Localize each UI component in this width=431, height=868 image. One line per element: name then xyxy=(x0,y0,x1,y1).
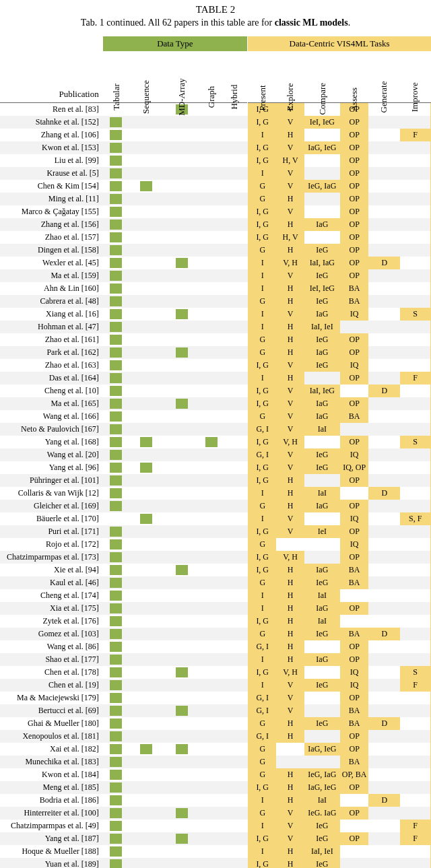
table-row: Zhang et al. [106]IHOPF xyxy=(0,129,431,141)
task-cell: H xyxy=(276,474,304,487)
task-cell xyxy=(368,730,400,743)
data-type-cell xyxy=(129,397,163,410)
data-type-cell xyxy=(129,308,163,321)
task-cell: G, I xyxy=(248,704,276,717)
data-type-cell xyxy=(103,640,130,653)
data-type-cell xyxy=(129,180,163,193)
data-type-cell xyxy=(201,193,223,205)
publication-cell: Hoque & Mueller [188] xyxy=(0,845,103,858)
task-cell xyxy=(368,333,400,346)
data-type-cell xyxy=(129,410,163,423)
data-type-cell xyxy=(222,628,247,640)
data-type-cell xyxy=(129,743,163,756)
task-cell xyxy=(304,231,340,244)
data-type-cell xyxy=(129,116,163,129)
publication-cell: Ma et al. [159] xyxy=(0,269,103,282)
data-type-cell xyxy=(163,858,201,868)
data-type-cell xyxy=(129,525,163,538)
task-cell: IaG xyxy=(304,308,340,321)
task-cell xyxy=(400,423,430,436)
task-cell xyxy=(400,346,430,359)
task-cell xyxy=(368,461,400,474)
task-cell xyxy=(368,704,400,717)
data-type-cell xyxy=(163,717,201,730)
task-cell xyxy=(368,692,400,704)
caption-bold: classic ML models xyxy=(275,18,348,28)
data-type-cell xyxy=(201,180,223,193)
publication-cell: Neto & Paulovich [167] xyxy=(0,423,103,436)
col-sequence: Sequence xyxy=(129,51,163,103)
task-cell xyxy=(400,359,430,372)
data-type-cell xyxy=(103,653,130,666)
publication-cell: Hinterreiter et al. [100] xyxy=(0,807,103,820)
publication-cell: Park et al. [162] xyxy=(0,346,103,359)
task-cell: IaG xyxy=(304,500,340,512)
data-type-cell xyxy=(201,154,223,167)
data-type-cell xyxy=(103,551,130,564)
task-cell: I, G xyxy=(248,205,276,218)
task-cell: V xyxy=(276,679,304,692)
data-type-cell xyxy=(129,244,163,257)
task-cell: IeG xyxy=(304,461,340,474)
task-cell: IaI xyxy=(304,794,340,807)
data-type-cell xyxy=(222,448,247,461)
task-cell: I, G xyxy=(248,615,276,628)
task-cell xyxy=(368,321,400,333)
publication-cell: Zytek et al. [176] xyxy=(0,615,103,628)
col-graph: Graph xyxy=(201,51,223,103)
task-cell xyxy=(368,436,400,448)
task-cell: H xyxy=(276,615,304,628)
data-type-cell xyxy=(222,129,247,141)
data-type-cell xyxy=(201,308,223,321)
data-type-cell xyxy=(129,385,163,397)
data-type-cell xyxy=(201,461,223,474)
data-type-cell xyxy=(103,615,130,628)
task-cell: IaI, IeI xyxy=(304,321,340,333)
task-cell xyxy=(400,410,430,423)
data-type-cell xyxy=(222,423,247,436)
table-row: Kwon et al. [153]I, GVIaG, IeGOP xyxy=(0,141,431,154)
data-type-cell xyxy=(129,448,163,461)
task-cell xyxy=(400,807,430,820)
table-row: Stahnke et al. [152]I, GVIeI, IeGOP xyxy=(0,116,431,129)
data-type-cell xyxy=(163,640,201,653)
data-type-cell xyxy=(103,538,130,551)
data-type-cell xyxy=(103,372,130,385)
task-cell: BA xyxy=(340,576,369,589)
task-cell xyxy=(368,269,400,282)
task-cell xyxy=(400,525,430,538)
task-cell xyxy=(400,589,430,602)
task-cell: I, G xyxy=(248,141,276,154)
table-row: Wang et al. [20]G, IVIeGIQ xyxy=(0,448,431,461)
task-cell xyxy=(400,295,430,308)
data-type-cell xyxy=(222,397,247,410)
table-row: Chen et al. [178]I, GV, HIQS xyxy=(0,666,431,679)
table-row: Xia et al. [175]IHIaGOP xyxy=(0,602,431,615)
task-cell: G, I xyxy=(248,692,276,704)
data-type-cell xyxy=(129,576,163,589)
task-cell: S xyxy=(400,308,430,321)
task-cell: H xyxy=(276,244,304,257)
task-cell: G, I xyxy=(248,448,276,461)
task-cell: V xyxy=(276,704,304,717)
data-type-cell xyxy=(222,717,247,730)
data-type-cell xyxy=(222,205,247,218)
task-cell xyxy=(368,807,400,820)
task-cell: OP xyxy=(340,832,369,845)
data-type-cell xyxy=(222,858,247,868)
task-cell: I, G xyxy=(248,461,276,474)
table-row: Ahn & Lin [160]IHIeI, IeGBA xyxy=(0,282,431,295)
task-cell xyxy=(368,589,400,602)
task-cell: I xyxy=(248,257,276,269)
data-type-cell xyxy=(163,218,201,231)
task-cell: IaI, IeG xyxy=(304,385,340,397)
publication-cell: Das et al. [164] xyxy=(0,372,103,385)
task-cell xyxy=(276,743,304,756)
table-row: Cheng et al. [10]I, GVIaI, IeGD xyxy=(0,385,431,397)
task-cell xyxy=(400,154,430,167)
data-type-cell xyxy=(222,704,247,717)
data-type-cell xyxy=(201,692,223,704)
task-cell: I xyxy=(248,321,276,333)
publication-cell: Kwon et al. [184] xyxy=(0,768,103,781)
data-type-cell xyxy=(163,743,201,756)
